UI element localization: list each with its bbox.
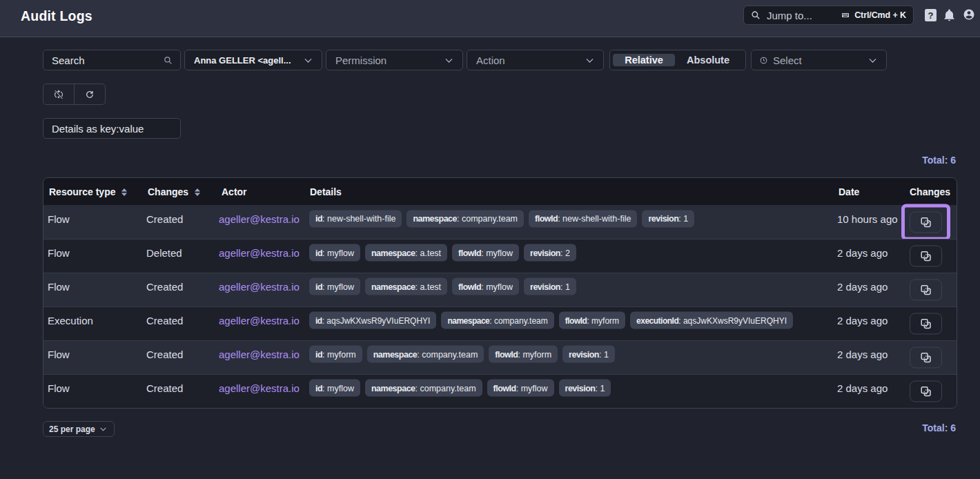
- svg-text:?: ?: [928, 10, 934, 21]
